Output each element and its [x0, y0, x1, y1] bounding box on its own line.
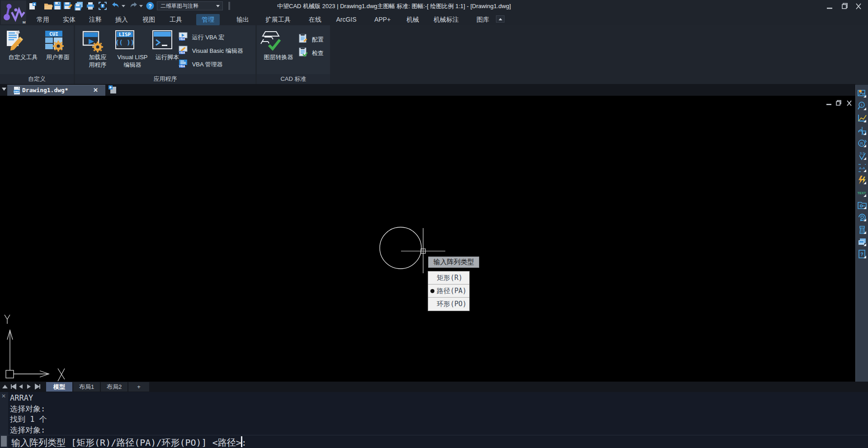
save-all-icon[interactable] [75, 2, 84, 10]
new-document-icon[interactable] [108, 85, 117, 94]
circle-entity [380, 227, 421, 269]
undo-icon[interactable] [111, 2, 120, 10]
tab-manage[interactable]: 管理 [196, 14, 220, 25]
plot-icon[interactable] [86, 2, 95, 10]
document-tab[interactable]: DWG Drawing1.dwg* ✕ [7, 85, 105, 96]
parts-library-icon[interactable] [857, 200, 867, 210]
layout-tab-layout2[interactable]: 布局2 [101, 382, 127, 392]
ribbon-tab-row: 常用 实体 注释 插入 视图 工具 管理 输出 扩展工具 在线 ArcGIS A… [0, 12, 868, 25]
customize-tools-icon [4, 30, 42, 52]
configure-button[interactable]: 配置 [298, 33, 324, 43]
layout-tab-model[interactable]: 模型 [46, 382, 72, 392]
tab-insert[interactable]: 插入 [115, 14, 128, 25]
tab-mechanical[interactable]: 机械 [406, 14, 419, 25]
curve-axis-icon[interactable] [857, 126, 867, 136]
text-cursor [241, 436, 242, 447]
svg-text:VBA: VBA [179, 51, 185, 54]
visual-lisp-editor-button[interactable]: LISP(( )) Visual LISP编辑器 [114, 28, 151, 69]
workspace-selector[interactable]: 二维草图与注释 [157, 1, 223, 10]
menu-item-polar[interactable]: 环形(PO) [428, 298, 469, 311]
run-script-button[interactable]: 运行脚本 [152, 28, 183, 61]
svg-text:TEXT: TEXT [857, 191, 866, 195]
new-file-icon[interactable] [28, 2, 38, 10]
qat-grip[interactable] [229, 2, 230, 10]
tab-arcgis[interactable]: ArcGIS [336, 14, 356, 25]
tab-online[interactable]: 在线 [309, 14, 321, 25]
help-doc-icon[interactable]: ? [857, 249, 867, 259]
visual-basic-editor-button[interactable]: VBA Visual Basic 编辑器 [179, 46, 243, 56]
screw-rotate-icon[interactable] [857, 212, 867, 222]
axis-polyline-icon[interactable] [857, 113, 867, 123]
drawing-window-controls [826, 99, 857, 107]
customize-tools-button[interactable]: 自定义工具 [4, 28, 42, 61]
close-button[interactable] [853, 3, 864, 10]
configure-label: 配置 [312, 36, 324, 43]
tab-annotate[interactable]: 注释 [89, 14, 102, 25]
menu-item-path[interactable]: 路径(PA) [428, 285, 469, 298]
tab-home[interactable]: 常用 [37, 14, 49, 25]
dwg-file-icon: DWG [14, 87, 21, 95]
load-application-icon [82, 30, 113, 52]
radius-symbol-icon[interactable]: R [857, 138, 867, 148]
minimize-button[interactable] [824, 3, 835, 10]
history-line: ARRAY [10, 393, 33, 402]
run-vba-macro-button[interactable]: VBA 运行 VBA 宏 [179, 32, 224, 42]
open-file-icon[interactable] [44, 2, 53, 10]
doc-list-dropdown-icon[interactable] [2, 88, 6, 91]
restore-button[interactable] [838, 3, 850, 10]
expand-up-icon [2, 385, 8, 388]
command-input-row[interactable]: 输入阵列类型 [矩形(R)/路径(PA)/环形(PO)] <路径>: [0, 435, 868, 448]
help-icon[interactable]: ? [146, 2, 155, 10]
mechanical-right-toolbar: 1 R 3.2 A-A TEXT ? [855, 85, 868, 382]
layered-windows-icon[interactable] [857, 237, 867, 247]
visual-basic-editor-label: Visual Basic 编辑器 [192, 47, 243, 54]
section-view-icon[interactable]: A-A [857, 163, 867, 173]
undo-dropdown-icon[interactable] [122, 5, 125, 7]
save-as-icon[interactable] [64, 2, 73, 10]
load-application-button[interactable]: 加载应用程序 [82, 28, 113, 69]
ribbon-collapse-icon[interactable] [496, 15, 505, 23]
text-tool-icon[interactable]: TEXT [857, 188, 867, 198]
array-type-menu: 矩形(R) 路径(PA) 环形(PO) [428, 271, 470, 311]
check-button[interactable]: 检查 [298, 47, 324, 57]
command-prompt: 输入阵列类型 [矩形(R)/路径(PA)/环形(PO)] <路径>: [11, 437, 252, 448]
run-vba-macro-icon: VBA [179, 34, 190, 41]
svg-text:?: ? [148, 3, 151, 9]
menu-item-rectangular[interactable]: 矩形(R) [428, 271, 469, 285]
drawing-canvas[interactable]: 输入阵列类型 矩形(R) 路径(PA) 环形(PO) [0, 96, 855, 382]
zoom-detail-icon[interactable]: 1 [857, 101, 867, 111]
vba-manager-button[interactable]: VBA VBA 管理器 [179, 59, 223, 69]
tab-tools[interactable]: 工具 [170, 14, 182, 25]
drawing-close-icon [847, 101, 851, 106]
first-tab-icon [11, 384, 16, 389]
svg-text:A-A: A-A [859, 166, 865, 170]
tab-mechanical-dimension[interactable]: 机械标注 [434, 14, 459, 25]
tab-app-plus[interactable]: APP+ [374, 14, 391, 25]
weld-symbol-icon[interactable] [857, 175, 867, 185]
visual-lisp-label: Visual LISP [118, 54, 148, 61]
check-icon [298, 50, 310, 56]
tab-view[interactable]: 视图 [142, 14, 155, 25]
app-logo[interactable]: M [1, 0, 26, 24]
tab-extended-tools[interactable]: 扩展工具 [265, 14, 291, 25]
dynamic-input-tooltip: 输入阵列类型 [428, 257, 479, 268]
plot-preview-icon[interactable] [99, 2, 108, 10]
redo-icon[interactable] [130, 2, 139, 10]
layout-tab-layout1[interactable]: 布局1 [73, 382, 100, 392]
command-line-area[interactable]: ✕ ARRAY选择对象:找到 1 个选择对象: 输入阵列类型 [矩形(R)/路径… [0, 392, 868, 448]
workspace-dropdown-icon [216, 5, 220, 7]
surface-finish-icon[interactable]: 3.2 [857, 151, 867, 161]
bolt-view-icon[interactable] [857, 225, 867, 235]
layer-translator-button[interactable]: 图层转换器 [259, 28, 298, 61]
save-icon[interactable] [54, 2, 63, 10]
document-tab-close-icon[interactable]: ✕ [93, 87, 98, 93]
user-interface-button[interactable]: CUI 用户界面 [43, 28, 72, 61]
tab-output[interactable]: 输出 [236, 14, 249, 25]
customize-tools-label: 自定义工具 [4, 53, 42, 61]
layout-tab-new[interactable]: + [128, 382, 149, 392]
command-close-icon[interactable]: ✕ [1, 393, 6, 399]
tab-library[interactable]: 图库 [476, 14, 489, 25]
tab-solid[interactable]: 实体 [63, 14, 75, 25]
redo-dropdown-icon[interactable] [139, 5, 143, 7]
view-settings-icon[interactable] [857, 89, 867, 98]
